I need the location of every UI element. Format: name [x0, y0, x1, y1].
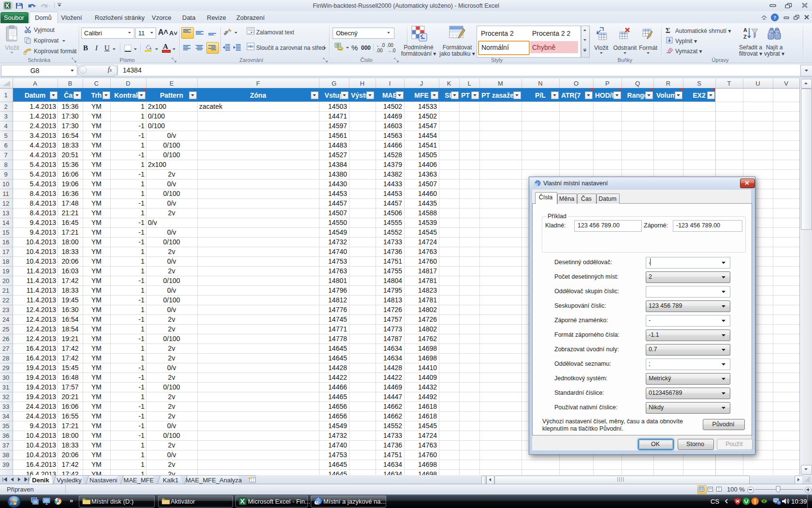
svg-text:a: a: [250, 45, 252, 48]
svg-text:Z: Z: [743, 34, 747, 40]
svg-text:ab: ab: [223, 30, 229, 36]
svg-text:?: ?: [773, 15, 776, 20]
svg-text:A: A: [743, 27, 747, 33]
